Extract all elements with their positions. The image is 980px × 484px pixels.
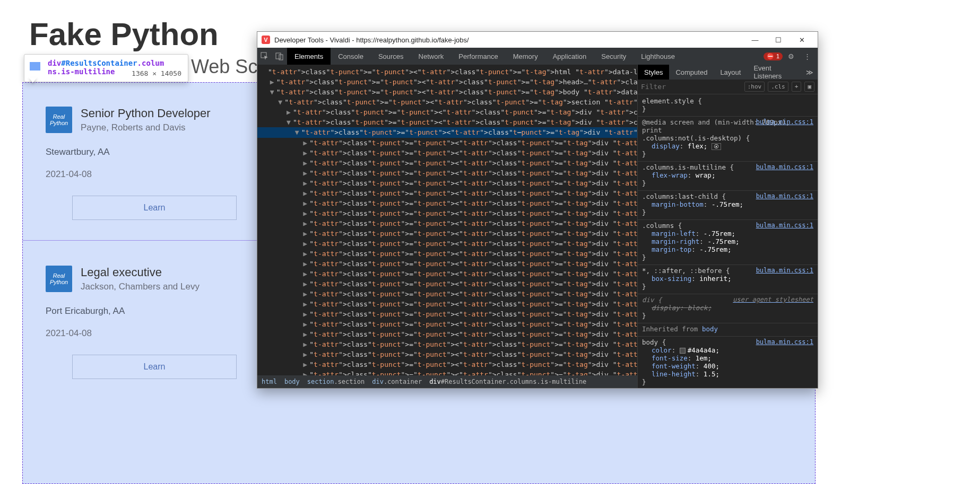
css-rule[interactable]: bulma.min.css:1@media screen and (min-wi… [638,117,818,162]
rule-source-link[interactable]: bulma.min.css:1 [756,267,813,274]
window-title: Developer Tools - Vivaldi - https://real… [274,36,469,44]
job-date: 2021-04-08 [46,328,243,339]
dom-node[interactable]: ▼"t-attr">class"t-punct">="t-punct"><"t-… [262,97,637,107]
dom-node[interactable]: ▶"t-attr">class"t-punct">="t-punct"><"t-… [262,158,637,168]
dom-breadcrumb[interactable]: htmlbodysection.sectiondiv.containerdiv#… [257,375,637,388]
maximize-button[interactable]: ☐ [767,32,790,47]
dom-node[interactable]: ▶"t-attr">class"t-punct">="t-punct"><"t-… [262,188,637,198]
rule-source-link[interactable]: user agent stylesheet [733,296,813,303]
css-rule[interactable]: bulma.min.css:1.columns:last-child {marg… [638,191,818,220]
close-button[interactable]: ✕ [790,32,813,47]
breadcrumb-item[interactable]: section.section [307,378,365,385]
breadcrumb-item[interactable]: div.container [372,378,422,385]
dom-node[interactable]: ▶"t-attr">class"t-punct">="t-punct"><"t-… [262,239,637,249]
dom-node[interactable]: ▶"t-attr">class"t-punct">="t-punct"><"t-… [262,259,637,269]
dom-node[interactable]: ▶"t-attr">class"t-punct">="t-punct"><"t-… [262,228,637,239]
css-rule[interactable]: element.style {} [638,95,818,117]
job-logo: Real Python [46,266,72,292]
rule-source-link[interactable]: bulma.min.css:1 [756,163,813,171]
rule-source-link[interactable]: bulma.min.css:1 [756,192,813,200]
dom-node[interactable]: ▶"t-attr">class"t-punct">="t-punct"><"t-… [262,349,637,359]
flex-editor-icon[interactable]: ⦿ [712,143,721,150]
dom-node[interactable]: ▶"t-attr">class"t-punct">="t-punct"><"t-… [262,107,637,117]
dom-node[interactable]: ▶"t-attr">class"t-punct">="t-punct"><"t-… [262,208,637,218]
more-actions-icon[interactable]: ⋯ [517,127,522,137]
devtools-tab-security[interactable]: Security [594,48,634,65]
dom-node[interactable]: ▶"t-attr">class"t-punct">="t-punct"><"t-… [262,269,637,279]
dom-node[interactable]: "t-attr">class"t-punct">="t-punct"><"t-a… [262,67,637,77]
grid-icon [30,62,40,71]
dom-node[interactable]: ▶"t-attr">class"t-punct">="t-punct"><"t-… [262,168,637,178]
css-rule[interactable]: bulma.min.css:1*, ::after, ::before {box… [638,265,818,294]
devtools-tab-sources[interactable]: Sources [371,48,411,65]
rule-source-link[interactable]: bulma.min.css:1 [756,118,813,126]
svg-rect-1 [276,53,281,59]
more-tabs-icon[interactable]: ≫ [802,65,818,80]
tooltip-dimensions: 1368 × 14050 [132,69,181,77]
styles-tab-layout[interactable]: Layout [714,65,747,80]
css-rule[interactable]: bulma.min.css:1body {color: #4a4a4a;font… [638,337,818,388]
devtools-tab-memory[interactable]: Memory [506,48,545,65]
dom-node[interactable]: ▶"t-attr">class"t-punct">="t-punct"><"t-… [262,309,637,319]
dom-node[interactable]: ▶"t-attr">class"t-punct">="t-punct"><"t-… [262,329,637,339]
dom-node[interactable]: ▶"t-attr">class"t-punct">="t-punct"><"t-… [262,138,637,148]
dom-node[interactable]: ▶"t-attr">class"t-punct">="t-punct"><"t-… [262,279,637,289]
breadcrumb-item[interactable]: div#ResultsContainer.columns.is-multilin… [429,378,586,385]
gear-icon[interactable]: ⚙ [784,52,799,60]
rule-source-link[interactable]: bulma.min.css:1 [756,222,813,229]
devtools-tab-network[interactable]: Network [411,48,452,65]
devtools-tab-console[interactable]: Console [331,48,371,65]
vivaldi-icon: V [262,36,270,44]
learn-button[interactable]: Learn [72,196,237,220]
dom-node[interactable]: ▼"t-attr">class"t-punct">="t-punct"><"t-… [262,117,637,127]
dom-node[interactable]: ▶"t-attr">class"t-punct">="t-punct"><"t-… [262,299,637,309]
dom-node[interactable]: ▶"t-attr">class"t-punct">="t-punct"><"t-… [262,77,637,87]
styles-tab-event-listeners[interactable]: Event Listeners [747,65,802,80]
window-titlebar[interactable]: V Developer Tools - Vivaldi - https://re… [257,32,818,48]
dom-node[interactable]: ▶"t-attr">class"t-punct">="t-punct"><"t-… [262,198,637,208]
minimize-button[interactable]: — [743,32,767,47]
dom-node[interactable]: ▶"t-attr">class"t-punct">="t-punct"><"t-… [262,148,637,158]
breadcrumb-item[interactable]: body [284,378,300,385]
job-logo: Real Python [46,107,72,133]
css-rule[interactable]: Inherited from body [638,323,818,337]
hov-button[interactable]: :hov [744,82,765,92]
job-location: Stewartbury, AA [46,147,243,157]
job-card: Real Python Senior Python Developer Payn… [33,93,256,220]
devtools-tab-elements[interactable]: Elements [287,48,331,65]
inspect-element-icon[interactable] [257,48,272,65]
error-badge[interactable]: ⛔ 1 [764,52,783,60]
devtools-tab-performance[interactable]: Performance [451,48,505,65]
css-rule[interactable]: bulma.min.css:1.columns.is-multiline {fl… [638,162,818,191]
dom-node[interactable]: ▶"t-attr">class"t-punct">="t-punct"><"t-… [262,369,637,375]
inspector-tooltip: div#ResultsContainer.colum 1368 × 14050 … [24,54,188,82]
dom-node[interactable]: ▶"t-attr">class"t-punct">="t-punct"><"t-… [262,289,637,299]
rule-source-link[interactable]: bulma.min.css:1 [756,338,813,346]
styles-tab-computed[interactable]: Computed [669,65,714,80]
css-rule[interactable]: bulma.min.css:1.columns {margin-left: -.… [638,220,818,265]
devtools-window: V Developer Tools - Vivaldi - https://re… [257,31,818,389]
dom-node[interactable]: ▶"t-attr">class"t-punct">="t-punct"><"t-… [262,339,637,349]
dom-node[interactable]: ▶"t-attr">class"t-punct">="t-punct"><"t-… [262,359,637,369]
dom-node-selected[interactable]: ⋯ ▼"t-attr">class"t-punct">="t-punct"><"… [262,127,637,138]
new-rule-button[interactable]: + [792,82,802,92]
job-card: Real Python Legal executive Jackson, Cha… [33,252,256,379]
styles-tab-styles[interactable]: Styles [638,65,669,80]
sidebar-toggle-icon[interactable]: ▣ [804,82,814,92]
dom-tree-panel[interactable]: "t-attr">class"t-punct">="t-punct"><"t-a… [257,65,637,388]
devtools-tab-lighthouse[interactable]: Lighthouse [634,48,682,65]
breadcrumb-item[interactable]: html [262,378,277,385]
dom-node[interactable]: ▶"t-attr">class"t-punct">="t-punct"><"t-… [262,218,637,228]
job-company: Jackson, Chambers and Levy [81,281,200,292]
dom-node[interactable]: ▶"t-attr">class"t-punct">="t-punct"><"t-… [262,319,637,329]
dom-node[interactable]: ▼"t-attr">class"t-punct">="t-punct"><"t-… [262,87,637,97]
cls-button[interactable]: .cls [768,82,788,92]
styles-filter-input[interactable] [641,83,741,91]
devtools-tab-application[interactable]: Application [545,48,594,65]
css-rule[interactable]: user agent stylesheetdiv {display: block… [638,294,818,323]
dom-node[interactable]: ▶"t-attr">class"t-punct">="t-punct"><"t-… [262,249,637,259]
learn-button[interactable]: Learn [72,355,237,379]
dom-node[interactable]: ▶"t-attr">class"t-punct">="t-punct"><"t-… [262,178,637,188]
device-toolbar-icon[interactable] [272,48,287,65]
kebab-menu-icon[interactable]: ⋮ [800,52,814,60]
